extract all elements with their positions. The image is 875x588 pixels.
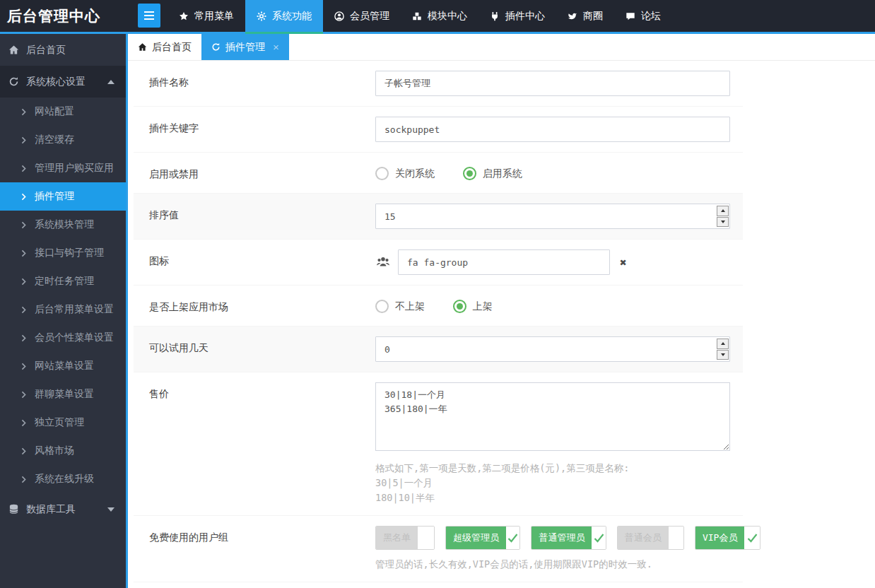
trial-days-input[interactable]	[375, 336, 730, 362]
sidebar-item-home[interactable]: 后台首页	[0, 34, 126, 66]
database-icon	[8, 504, 19, 514]
chevron-right-icon	[20, 165, 28, 172]
nav-item-system-functions[interactable]: 系统功能	[245, 0, 323, 32]
sidebar-item-api-hooks[interactable]: 接口与钩子管理	[0, 239, 126, 267]
chevron-right-icon	[20, 447, 28, 455]
form-row-market: 是否上架应用市场 不上架 上架	[134, 285, 743, 326]
toggle-normal-admin[interactable]: 普通管理员	[531, 526, 606, 550]
caret-up-icon	[721, 342, 725, 345]
sidebar-item-user-purchase-apps[interactable]: 管理用户购买应用	[0, 154, 126, 182]
chevron-right-icon	[20, 193, 28, 201]
sidebar-item-site-config[interactable]: 网站配置	[0, 98, 126, 126]
stepper-down-button[interactable]	[717, 217, 729, 228]
form-row-plugin-key: 插件关键字	[134, 106, 743, 152]
toggle-vip-member[interactable]: VIP会员	[695, 526, 761, 550]
nav-item-forum[interactable]: 论坛	[614, 0, 672, 32]
radio-enable-system[interactable]: 启用系统	[463, 163, 522, 180]
radio-icon	[375, 167, 389, 180]
toggle-blacklist[interactable]: 黑名单	[375, 526, 435, 550]
stepper-up-button[interactable]	[717, 206, 729, 216]
field-label: 插件名称	[149, 71, 375, 96]
form-row-icon: 图标 ✖	[134, 239, 743, 285]
nav-item-business-circle[interactable]: 商圈	[556, 0, 614, 32]
group-icon	[375, 255, 391, 269]
field-label: 是否上架应用市场	[149, 295, 375, 316]
radio-icon	[463, 167, 476, 180]
chevron-right-icon	[20, 306, 28, 314]
app-title: 后台管理中心	[0, 0, 126, 32]
sidebar-section-system-core-settings[interactable]: 系统核心设置	[0, 66, 126, 98]
icon-class-input[interactable]	[398, 249, 610, 275]
groups-help-text: 管理员的话,长久有效,VIP会员的话,使用期限跟VIP的时效一致.	[375, 557, 771, 572]
caret-down-icon	[721, 220, 725, 223]
chevron-right-icon	[20, 476, 28, 483]
field-label: 插件关键字	[149, 117, 375, 142]
user-group-toggles: 黑名单 超级管理员 普通管理员	[375, 526, 771, 550]
sort-value-input[interactable]	[375, 204, 730, 229]
tab-plugin-management[interactable]: 插件管理 ×	[201, 34, 289, 60]
sidebar-toggle-button[interactable]	[138, 4, 160, 28]
radio-listed[interactable]: 上架	[453, 295, 493, 313]
sidebar-item-member-personal-menu[interactable]: 会员个性菜单设置	[0, 324, 126, 352]
checkbox	[418, 527, 434, 549]
home-icon	[138, 42, 147, 52]
form-row-cover-image: 封面图	[134, 582, 743, 588]
bird-icon	[568, 11, 577, 21]
toggle-super-admin[interactable]: 超级管理员	[445, 526, 520, 550]
number-stepper[interactable]	[717, 339, 729, 360]
sidebar-item-admin-common-menu[interactable]: 后台常用菜单设置	[0, 295, 126, 324]
plug-icon	[490, 11, 500, 21]
stepper-down-button[interactable]	[717, 350, 729, 360]
cubes-icon	[412, 11, 422, 21]
form-row-plugin-name: 插件名称	[134, 61, 743, 106]
sidebar-item-site-menu[interactable]: 网站菜单设置	[0, 352, 126, 380]
number-stepper[interactable]	[717, 206, 729, 227]
nav-item-plugin-center[interactable]: 插件中心	[478, 0, 556, 32]
price-textarea[interactable]: 30|18|一个月 365|180|一年	[375, 382, 730, 451]
chevron-right-icon	[20, 249, 28, 257]
user-circle-icon	[334, 11, 344, 21]
sidebar-item-standalone-pages[interactable]: 独立页管理	[0, 408, 126, 437]
sidebar-submenu: 网站配置 清空缓存 管理用户购买应用 插件管理 系统模块管理 接口与钩子管理 定…	[0, 98, 126, 493]
gear-icon	[257, 11, 266, 21]
sidebar: 后台首页 系统核心设置 网站配置 清空缓存 管理用户购买应用 插件管理 系统模块…	[0, 34, 128, 588]
radio-not-listed[interactable]: 不上架	[375, 295, 425, 313]
toggle-normal-member[interactable]: 普通会员	[617, 526, 684, 550]
tab-home[interactable]: 后台首页	[128, 34, 201, 60]
clear-icon[interactable]: ✖	[617, 256, 627, 269]
check-icon	[506, 527, 519, 549]
plugin-key-input[interactable]	[375, 117, 730, 142]
field-label: 排序值	[149, 204, 375, 229]
radio-icon	[453, 300, 466, 313]
sidebar-item-system-upgrade[interactable]: 系统在线升级	[0, 465, 126, 493]
comment-icon	[626, 11, 635, 21]
field-label: 启用或禁用	[149, 163, 375, 183]
sidebar-item-style-market[interactable]: 风格市场	[0, 437, 126, 465]
caret-down-icon	[721, 353, 725, 356]
home-icon	[8, 45, 19, 55]
form-row-free-user-groups: 免费使用的用户组 黑名单 超级管理员 普通管理员	[134, 515, 743, 582]
sidebar-section-database-tools[interactable]: 数据库工具	[0, 493, 126, 525]
close-icon[interactable]: ×	[273, 41, 279, 53]
sidebar-item-clear-cache[interactable]: 清空缓存	[0, 126, 126, 154]
field-label: 售价	[149, 382, 375, 505]
nav-item-common-menu[interactable]: 常用菜单	[168, 0, 245, 32]
nav-item-module-center[interactable]: 模块中心	[401, 0, 478, 32]
sidebar-item-plugin-management[interactable]: 插件管理	[0, 182, 126, 211]
top-header: 后台管理中心 常用菜单 系统功能 会员管理 模块中心	[0, 0, 875, 34]
sidebar-item-cron-tasks[interactable]: 定时任务管理	[0, 267, 126, 295]
form-row-price: 售价 30|18|一个月 365|180|一年 格式如下,第一项是天数,第二项是…	[134, 372, 743, 515]
chevron-right-icon	[20, 419, 28, 427]
refresh-icon	[211, 42, 221, 52]
radio-disable-system[interactable]: 关闭系统	[375, 163, 435, 180]
plugin-name-input[interactable]	[375, 71, 730, 96]
chevron-right-icon	[20, 278, 28, 286]
price-help-text: 格式如下,第一项是天数,第二项是价格(元),第三项是名称: 30|5|一个月 1…	[375, 461, 730, 505]
nav-item-member-management[interactable]: 会员管理	[323, 0, 401, 32]
chevron-right-icon	[20, 334, 28, 342]
stepper-up-button[interactable]	[717, 339, 729, 349]
sidebar-item-group-chat-menu[interactable]: 群聊菜单设置	[0, 380, 126, 408]
chevron-right-icon	[20, 363, 28, 370]
form-row-enable: 启用或禁用 关闭系统 启用系统	[134, 152, 743, 193]
sidebar-item-system-modules[interactable]: 系统模块管理	[0, 211, 126, 239]
